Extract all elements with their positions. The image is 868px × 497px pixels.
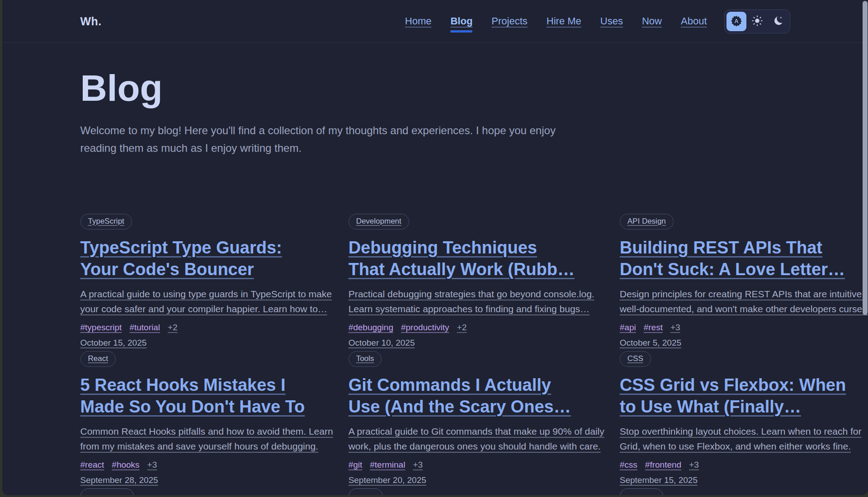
nav-link-uses[interactable]: Uses bbox=[600, 15, 623, 27]
post-tag[interactable]: #terminal bbox=[370, 460, 405, 470]
post-date: September 15, 2025 bbox=[620, 475, 868, 485]
post-description-line: Learn systematic approaches to finding a… bbox=[349, 301, 604, 316]
scrollbar[interactable] bbox=[863, 1, 868, 315]
theme-light-button[interactable] bbox=[747, 12, 767, 31]
blog-post-card[interactable]: Tools Git Commands I Actually Use (And t… bbox=[349, 351, 604, 485]
post-tags-more[interactable]: +3 bbox=[689, 460, 699, 470]
nav-link-projects[interactable]: Projects bbox=[491, 15, 527, 27]
post-description-line: from my mistakes and save yourself hours… bbox=[80, 439, 333, 454]
post-tag[interactable]: #css bbox=[620, 460, 637, 470]
post-title-line: Use (And the Scary Ones… bbox=[349, 396, 604, 417]
post-category-badge[interactable]: React bbox=[80, 351, 116, 367]
nav-link-label: Projects bbox=[491, 15, 527, 27]
post-title-line: CSS Grid vs Flexbox: When bbox=[620, 374, 868, 396]
blog-post-card[interactable]: React 5 React Hooks Mistakes I Made So Y… bbox=[80, 351, 333, 485]
post-tags: #css#frontend+3 bbox=[620, 460, 868, 470]
post-tag[interactable]: #debugging bbox=[349, 323, 393, 333]
post-date: October 15, 2025 bbox=[80, 338, 333, 348]
post-tag[interactable]: #tutorial bbox=[129, 323, 160, 333]
post-tags-more[interactable]: +3 bbox=[147, 460, 157, 470]
post-description: Common React Hooks pitfalls and how to a… bbox=[80, 424, 333, 454]
nav-link-label: Now bbox=[642, 15, 662, 27]
blog-post-card[interactable]: CSS CSS Grid vs Flexbox: When to Use Wha… bbox=[620, 351, 868, 485]
post-description-line: well-documented, and won't make other de… bbox=[620, 301, 868, 316]
post-title[interactable]: 5 React Hooks Mistakes I Made So You Don… bbox=[80, 374, 333, 417]
post-title-line: to Use What (Finally… bbox=[620, 396, 868, 417]
nav-link-label: Blog bbox=[450, 15, 472, 27]
post-date: October 10, 2025 bbox=[349, 338, 604, 348]
post-title-line: Your Code's Bouncer bbox=[80, 258, 333, 280]
post-tag[interactable]: #rest bbox=[644, 323, 663, 333]
main-content: Blog Welcome to my blog! Here you'll fin… bbox=[80, 67, 790, 495]
nav-link-hire-me[interactable]: Hire Me bbox=[547, 15, 581, 27]
post-title-line: Made So You Don't Have To bbox=[80, 396, 333, 417]
post-description: Stop overthinking layout choices. Learn … bbox=[620, 424, 868, 454]
page-window: Wh. Home Blog Projects Hire Me Uses Now … bbox=[2, 0, 868, 495]
moon-star-icon bbox=[772, 15, 784, 28]
post-title-line: Debugging Techniques bbox=[349, 237, 604, 258]
post-description: Practical debugging strategies that go b… bbox=[349, 286, 604, 316]
post-title-line: Don't Suck: A Love Letter… bbox=[620, 258, 868, 280]
nav-link-label: Uses bbox=[600, 15, 623, 27]
post-description-line: A practical guide to Git commands that m… bbox=[349, 424, 604, 439]
post-tags-more[interactable]: +2 bbox=[457, 323, 467, 333]
nav-link-about[interactable]: About bbox=[681, 15, 707, 27]
post-category-badge[interactable]: API Design bbox=[620, 214, 674, 230]
post-date: September 20, 2025 bbox=[349, 475, 604, 485]
blog-post-card[interactable]: API Design Building REST APIs That Don't… bbox=[620, 214, 868, 348]
post-title[interactable]: TypeScript Type Guards: Your Code's Boun… bbox=[80, 237, 333, 280]
active-nav-indicator bbox=[450, 30, 472, 33]
post-description-line: your code safer and your compiler happie… bbox=[80, 301, 333, 316]
post-tag[interactable]: #git bbox=[349, 460, 363, 470]
post-description-line: Design principles for creating REST APIs… bbox=[620, 286, 868, 301]
site-logo[interactable]: Wh. bbox=[80, 15, 102, 28]
post-category-badge[interactable]: TypeScript bbox=[80, 214, 132, 230]
post-title[interactable]: CSS Grid vs Flexbox: When to Use What (F… bbox=[620, 374, 868, 417]
post-tag[interactable]: #react bbox=[80, 460, 104, 470]
nav-link-label: About bbox=[681, 15, 707, 27]
post-description-line: work, plus the dangerous ones you should… bbox=[349, 439, 604, 454]
auto-theme-icon: A bbox=[731, 15, 742, 28]
nav-link-blog[interactable]: Blog bbox=[450, 15, 472, 33]
post-title-line: 5 React Hooks Mistakes I bbox=[80, 374, 333, 396]
site-header: Wh. Home Blog Projects Hire Me Uses Now … bbox=[2, 0, 868, 43]
nav-link-home[interactable]: Home bbox=[405, 15, 432, 27]
post-title[interactable]: Debugging Techniques That Actually Work … bbox=[349, 237, 604, 280]
post-title-line: Git Commands I Actually bbox=[349, 374, 604, 396]
theme-toggle: A bbox=[724, 9, 790, 33]
post-description: Design principles for creating REST APIs… bbox=[620, 286, 868, 316]
svg-text:A: A bbox=[734, 18, 738, 24]
post-category-badge[interactable]: Tools bbox=[349, 351, 382, 367]
blog-post-card[interactable]: TypeScript TypeScript Type Guards: Your … bbox=[80, 214, 333, 348]
partial-category-badge[interactable] bbox=[80, 488, 134, 495]
post-title[interactable]: Building REST APIs That Don't Suck: A Lo… bbox=[620, 237, 868, 280]
post-tag[interactable]: #productivity bbox=[401, 323, 449, 333]
post-tags: #typescript#tutorial+2 bbox=[80, 323, 333, 333]
nav-link-now[interactable]: Now bbox=[642, 15, 662, 27]
theme-dark-button[interactable] bbox=[768, 12, 788, 31]
page-title: Blog bbox=[80, 67, 790, 109]
theme-auto-button[interactable]: A bbox=[726, 12, 746, 31]
post-category-badge[interactable]: CSS bbox=[620, 351, 651, 367]
post-tags-more[interactable]: +3 bbox=[413, 460, 423, 470]
post-tag[interactable]: #frontend bbox=[645, 460, 681, 470]
post-tag[interactable]: #api bbox=[620, 323, 636, 333]
post-description-line: Practical debugging strategies that go b… bbox=[349, 286, 604, 301]
post-title[interactable]: Git Commands I Actually Use (And the Sca… bbox=[349, 374, 604, 417]
post-category-badge[interactable]: Development bbox=[349, 214, 409, 230]
partial-category-badge[interactable] bbox=[349, 488, 383, 495]
nav-link-label: Home bbox=[405, 15, 432, 27]
post-tags-more[interactable]: +2 bbox=[168, 323, 178, 333]
post-tag[interactable]: #hooks bbox=[112, 460, 139, 470]
blog-post-card[interactable]: Development Debugging Techniques That Ac… bbox=[349, 214, 604, 348]
post-description-line: Common React Hooks pitfalls and how to a… bbox=[80, 424, 333, 439]
post-tags: #git#terminal+3 bbox=[349, 460, 604, 470]
post-tags-more[interactable]: +3 bbox=[670, 323, 680, 333]
posts-grid: TypeScript TypeScript Type Guards: Your … bbox=[80, 214, 790, 495]
main-nav: Home Blog Projects Hire Me Uses Now Abou… bbox=[405, 15, 707, 27]
partial-category-badge[interactable] bbox=[620, 488, 663, 495]
post-tag[interactable]: #typescript bbox=[80, 323, 122, 333]
post-description: A practical guide to using type guards i… bbox=[80, 286, 333, 316]
sun-icon bbox=[751, 15, 763, 28]
blog-intro: Welcome to my blog! Here you'll find a c… bbox=[80, 122, 790, 157]
